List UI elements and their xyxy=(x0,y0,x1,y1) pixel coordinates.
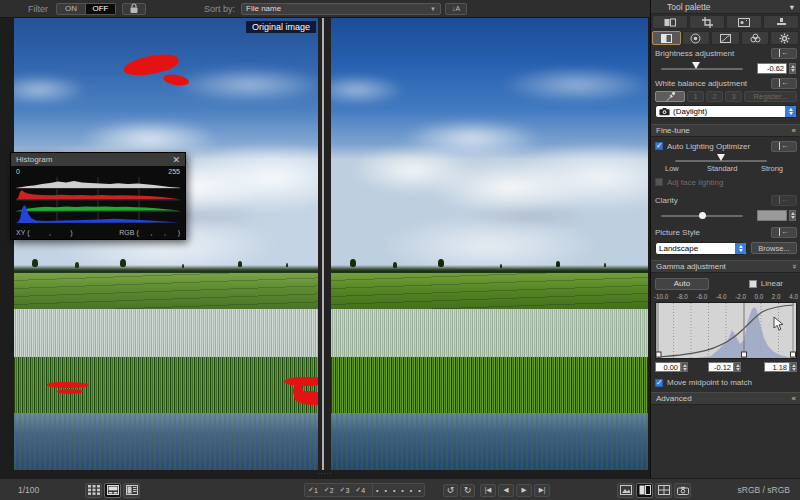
clarity-reset-button[interactable]: ← xyxy=(771,195,797,206)
camera-button[interactable] xyxy=(674,483,691,498)
label-dot-button[interactable]: • xyxy=(373,487,381,494)
wb-register-button[interactable]: Register... xyxy=(744,91,797,102)
tab-stamp[interactable] xyxy=(763,15,799,29)
wb-preset-2-button[interactable]: 2 xyxy=(706,91,723,102)
original-image-panel[interactable]: Original image xyxy=(14,18,318,470)
dpp-window: Filter ON OFF Sort by: File name ▼ ↓A xyxy=(0,0,800,500)
black-point-field[interactable]: 0.00 xyxy=(655,362,688,372)
gamma-histogram[interactable] xyxy=(655,302,797,359)
histogram-title: Histogram xyxy=(16,155,52,164)
clarity-stepper[interactable] xyxy=(789,210,796,221)
label-dot-button[interactable]: • xyxy=(381,487,389,494)
filter-on-button[interactable]: ON xyxy=(56,3,86,15)
brightness-slider-thumb[interactable] xyxy=(692,62,700,69)
advanced-header[interactable]: Advanced « xyxy=(651,392,800,405)
collapse-icon[interactable]: « xyxy=(792,394,796,403)
edited-image-panel[interactable] xyxy=(331,18,648,470)
wb-preset-1-button[interactable]: 1 xyxy=(687,91,704,102)
mid-point-field[interactable]: -0.12 xyxy=(708,362,741,372)
brightness-stepper[interactable] xyxy=(789,63,796,74)
label-dot-button[interactable]: • xyxy=(398,487,406,494)
grid-view-icon xyxy=(88,485,100,495)
histogram-window[interactable]: Histogram ✕ 0 255 xyxy=(10,152,186,240)
expand-icon[interactable]: » xyxy=(789,264,798,268)
histogram-max: 255 xyxy=(168,168,180,177)
vsplit-view-button[interactable] xyxy=(123,483,140,498)
label-dot-button[interactable]: • xyxy=(407,487,415,494)
tab-basic-adjustment[interactable] xyxy=(652,31,681,45)
collapse-icon[interactable]: « xyxy=(792,126,796,135)
divider-scrollbar[interactable] xyxy=(322,18,324,470)
rating-4-button[interactable]: ✓4 xyxy=(352,486,368,494)
clarity-slider-row xyxy=(651,210,800,222)
brightness-value-field[interactable]: -0.62 xyxy=(757,63,787,74)
tab-crop[interactable] xyxy=(689,15,725,29)
multi-view-button[interactable] xyxy=(655,483,672,498)
label-dot-button[interactable]: • xyxy=(390,487,398,494)
eyedropper-button[interactable] xyxy=(655,91,685,102)
white-balance-select[interactable]: (Daylight) xyxy=(655,105,797,118)
face-lighting-checkbox[interactable] xyxy=(655,178,663,186)
rotate-left-button[interactable]: ↺ xyxy=(443,484,458,497)
black-point-stepper[interactable] xyxy=(681,362,688,372)
last-image-button[interactable]: ▶| xyxy=(534,484,550,497)
linear-checkbox[interactable] xyxy=(749,280,757,288)
brightness-slider[interactable] xyxy=(661,68,743,70)
picture-style-select[interactable]: Landscape xyxy=(655,242,747,255)
rotate-right-button[interactable]: ↻ xyxy=(460,484,475,497)
lock-icon xyxy=(129,3,139,14)
picture-style-select-row: Landscape Browse... xyxy=(651,241,800,255)
grid-view-button[interactable] xyxy=(85,483,102,498)
hsplit-view-button[interactable] xyxy=(104,483,121,498)
linear-label: Linear xyxy=(761,279,783,288)
compare-view-button[interactable] xyxy=(636,483,653,498)
rating-2-button[interactable]: ✓2 xyxy=(321,486,337,494)
fine-tune-header[interactable]: Fine-tune « xyxy=(651,124,800,137)
sort-select[interactable]: File name ▼ xyxy=(241,3,441,15)
clarity-slider-thumb[interactable] xyxy=(699,212,706,219)
white-balance-reset-button[interactable]: ← xyxy=(771,78,797,89)
white-point-field[interactable]: 1.18 xyxy=(764,362,797,372)
tab-settings[interactable] xyxy=(770,31,799,45)
tab-color[interactable] xyxy=(741,31,770,45)
alo-slider-thumb[interactable] xyxy=(717,154,725,161)
filter-off-button[interactable]: OFF xyxy=(86,3,116,15)
picture-style-reset-button[interactable]: ← xyxy=(771,227,797,238)
white-point-stepper[interactable] xyxy=(790,362,797,372)
first-image-button[interactable]: |◀ xyxy=(480,484,496,497)
white-balance-buttons: 1 2 3 Register... xyxy=(651,91,800,103)
browse-button[interactable]: Browse... xyxy=(751,242,797,254)
lock-button[interactable] xyxy=(122,3,146,15)
next-image-button[interactable]: ▶ xyxy=(516,484,532,497)
mid-point-stepper[interactable] xyxy=(734,362,741,372)
auto-button[interactable]: Auto xyxy=(655,278,709,290)
brightness-label: Brightness adjustment xyxy=(655,49,734,58)
panel-divider[interactable] xyxy=(318,18,331,470)
rating-3-button[interactable]: ✓3 xyxy=(337,486,353,494)
brightness-reset-button[interactable]: ← xyxy=(771,48,797,59)
histogram-titlebar[interactable]: Histogram ✕ xyxy=(11,153,185,166)
rgb-histogram-chart xyxy=(16,177,180,223)
rotate-group: ↺ ↻ xyxy=(443,479,477,500)
gamma-auto-row: Auto Linear xyxy=(651,277,800,290)
rating-1-button[interactable]: ✓1 xyxy=(305,486,321,494)
midpoint-checkbox[interactable] xyxy=(655,379,663,387)
alo-slider[interactable] xyxy=(675,160,767,162)
tab-lens[interactable] xyxy=(682,31,711,45)
alo-low-label: Low xyxy=(665,164,679,173)
gamma-header[interactable]: Gamma adjustment » xyxy=(651,260,800,273)
tab-compare[interactable] xyxy=(652,15,688,29)
tab-tone-curve[interactable] xyxy=(711,31,740,45)
close-icon[interactable]: ✕ xyxy=(172,155,180,165)
label-dot-button[interactable]: • xyxy=(415,487,423,494)
tab-dust-delete[interactable] xyxy=(726,15,762,29)
sort-ascending-button[interactable]: ↓A xyxy=(445,3,467,15)
single-image-button[interactable] xyxy=(617,483,634,498)
midpoint-label: Move midpoint to match xyxy=(667,378,752,387)
clarity-slider[interactable] xyxy=(661,215,743,217)
previous-image-button[interactable]: ◀ xyxy=(498,484,514,497)
wb-preset-3-button[interactable]: 3 xyxy=(725,91,742,102)
tool-palette-header[interactable]: Tool palette ▾ xyxy=(651,0,800,14)
alo-checkbox[interactable] xyxy=(655,142,663,150)
alo-reset-button[interactable]: ← xyxy=(771,141,797,152)
